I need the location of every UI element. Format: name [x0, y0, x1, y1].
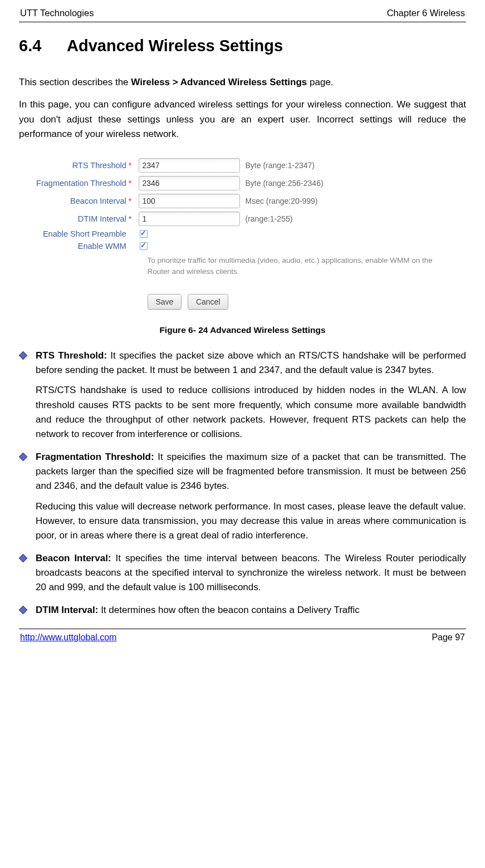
rts-bullet-text-2: RTS/CTS handshake is used to reduce coll… — [36, 383, 466, 442]
dtim-bullet-text-1: It determines how often the beacon conta… — [98, 605, 359, 615]
bullet-rts: RTS Threshold: It specifies the packet s… — [19, 349, 466, 448]
cancel-button[interactable]: Cancel — [188, 294, 229, 310]
required-icon: * — [126, 214, 134, 223]
short-preamble-row: Enable Short Preamble* — [28, 229, 463, 238]
frag-threshold-row: Fragmentation Threshold* Byte (range:256… — [28, 176, 463, 190]
dtim-interval-input[interactable] — [139, 212, 240, 226]
frag-bullet-title: Fragmentation Threshold: — [36, 452, 154, 462]
intro-suffix: page. — [307, 77, 333, 87]
save-button[interactable]: Save — [148, 294, 182, 310]
required-icon: * — [126, 179, 134, 188]
wmm-label: Enable WMM — [78, 242, 126, 251]
required-icon: * — [126, 197, 134, 205]
dtim-hint: (range:1-255) — [240, 214, 293, 223]
beacon-label: Beacon Interval — [70, 197, 126, 205]
beacon-interval-row: Beacon Interval* Msec (range:20-999) — [28, 194, 463, 208]
enable-wmm-row: Enable WMM* — [28, 242, 463, 251]
frag-hint: Byte (range:256-2346) — [240, 179, 324, 188]
rts-label: RTS Threshold — [72, 161, 126, 170]
intro-paragraph: This section describes the Wireless > Ad… — [19, 75, 466, 90]
diamond-icon — [19, 452, 28, 461]
beacon-bullet-title: Beacon Interval: — [36, 553, 111, 563]
dtim-label: DTIM Interval — [78, 214, 126, 223]
intro-bold: Wireless > Advanced Wireless Settings — [131, 77, 307, 87]
required-icon: * — [126, 161, 134, 170]
section-heading: 6.4Advanced Wireless Settings — [19, 37, 466, 55]
figure-caption: Figure 6- 24 Advanced Wireless Settings — [19, 325, 466, 335]
frag-threshold-input[interactable] — [139, 176, 240, 190]
bullet-frag: Fragmentation Threshold: It speicifies t… — [19, 450, 466, 549]
header-rule — [19, 22, 466, 22]
rts-bullet-title: RTS Threshold: — [36, 350, 107, 361]
bullet-beacon: Beacon Interval: It specifies the time i… — [19, 551, 466, 601]
dtim-interval-row: DTIM Interval* (range:1-255) — [28, 212, 463, 226]
section-number: 6.4 — [19, 37, 67, 55]
footer-page: Page 97 — [432, 632, 465, 643]
footer-rule — [19, 629, 466, 629]
rts-threshold-row: RTS Threshold* Byte (range:1-2347) — [28, 158, 463, 173]
header-company: UTT Technologies — [20, 8, 94, 18]
rts-hint: Byte (range:1-2347) — [240, 161, 315, 170]
footer-url[interactable]: http://www.uttglobal.com — [20, 632, 116, 643]
header-chapter: Chapter 6 Wireless — [387, 8, 465, 18]
diamond-icon — [19, 605, 28, 614]
frag-bullet-text-2: Reducing this value will decrease networ… — [36, 499, 466, 543]
short-preamble-checkbox[interactable] — [140, 230, 148, 238]
settings-form-figure: RTS Threshold* Byte (range:1-2347) Fragm… — [19, 149, 466, 311]
preamble-label: Enable Short Preamble — [43, 229, 126, 238]
section-title: Advanced Wireless Settings — [67, 37, 283, 55]
frag-label: Fragmentation Threshold — [36, 179, 126, 188]
rts-threshold-input[interactable] — [139, 158, 240, 173]
bullet-dtim: DTIM Interval: It determines how often t… — [19, 603, 466, 619]
dtim-bullet-title: DTIM Interval: — [36, 605, 98, 615]
diamond-icon — [19, 553, 28, 562]
enable-wmm-checkbox[interactable] — [140, 242, 148, 250]
wmm-note: To prioritize traffic for multimedia (vi… — [148, 254, 463, 278]
beacon-hint: Msec (range:20-999) — [240, 197, 318, 205]
intro-prefix: This section describes the — [19, 77, 131, 87]
description-paragraph: In this page, you can configure advanced… — [19, 97, 466, 141]
beacon-interval-input[interactable] — [139, 194, 240, 208]
diamond-icon — [19, 351, 28, 360]
